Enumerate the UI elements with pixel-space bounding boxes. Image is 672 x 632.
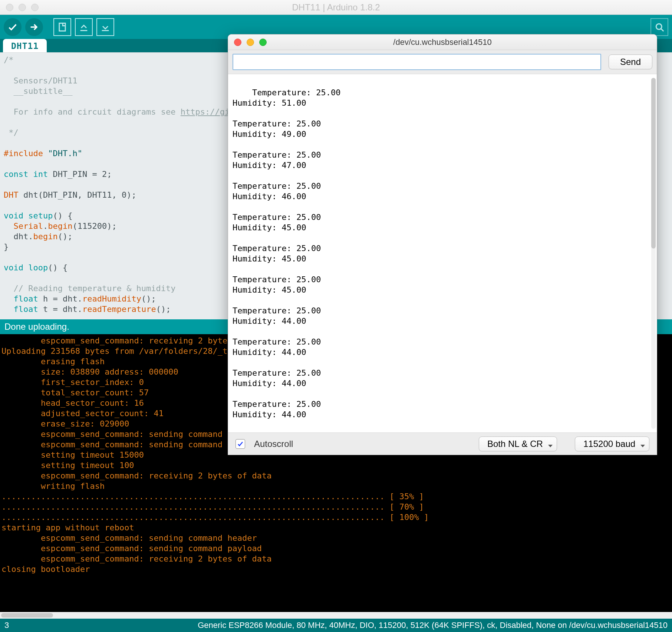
serial-scrollbar-thumb[interactable] (651, 78, 656, 248)
serial-zoom-icon[interactable] (259, 39, 267, 46)
serial-output-text: Temperature: 25.00 Humidity: 51.00 Tempe… (233, 88, 340, 419)
save-sketch-button[interactable] (96, 18, 114, 36)
serial-input[interactable] (233, 54, 601, 70)
line-number-indicator: 3 (4, 621, 9, 630)
line-ending-select[interactable]: Both NL & CR (479, 437, 557, 451)
serial-title-bar: /dev/cu.wchusbserial14510 (228, 34, 657, 50)
send-button[interactable]: Send (609, 55, 652, 69)
sketch-tab[interactable]: DHT11 (3, 39, 47, 52)
autoscroll-checkbox[interactable] (235, 439, 245, 449)
window-title-bar: DHT11 | Arduino 1.8.2 (0, 0, 672, 15)
serial-bottom-bar: Autoscroll Both NL & CR 115200 baud (228, 432, 657, 455)
footer-bar: 3 Generic ESP8266 Module, 80 MHz, 40MHz,… (0, 619, 672, 632)
window-title: DHT11 | Arduino 1.8.2 (0, 2, 672, 13)
serial-monitor-button[interactable] (650, 18, 668, 36)
open-sketch-button[interactable] (75, 18, 93, 36)
baud-rate-select[interactable]: 115200 baud (575, 437, 649, 451)
serial-close-icon[interactable] (234, 39, 241, 46)
svg-point-4 (656, 24, 662, 29)
serial-title: /dev/cu.wchusbserial14510 (228, 37, 657, 47)
verify-button[interactable] (4, 18, 22, 36)
board-info: Generic ESP8266 Module, 80 MHz, 40MHz, D… (9, 621, 668, 630)
upload-button[interactable] (25, 18, 43, 36)
new-sketch-button[interactable] (53, 18, 71, 36)
serial-monitor-window: /dev/cu.wchusbserial14510 Send Temperatu… (228, 34, 657, 455)
svg-line-5 (661, 29, 663, 31)
serial-minimize-icon[interactable] (247, 39, 254, 46)
serial-output[interactable]: Temperature: 25.00 Humidity: 51.00 Tempe… (228, 74, 657, 432)
traffic-zoom-icon[interactable] (31, 4, 39, 11)
horizontal-scrollbar[interactable] (0, 612, 672, 619)
autoscroll-label: Autoscroll (254, 439, 293, 449)
traffic-minimize-icon[interactable] (19, 4, 26, 11)
traffic-close-icon[interactable] (6, 4, 13, 11)
